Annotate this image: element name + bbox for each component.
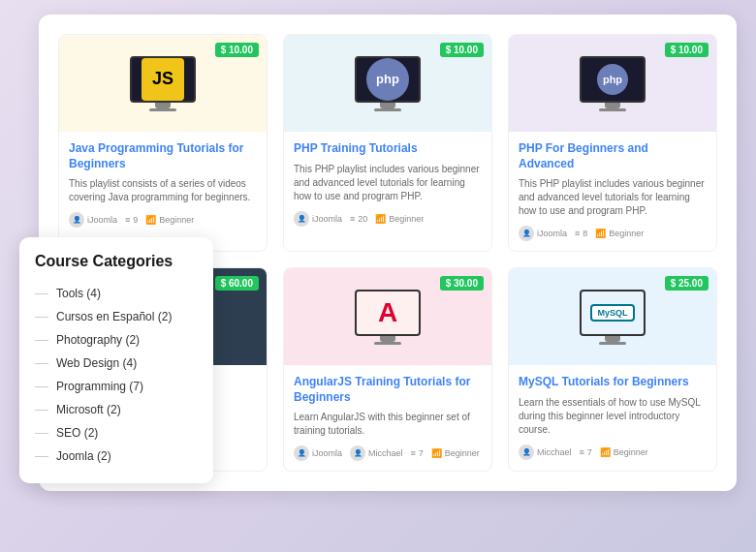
card-meta-angular: 👤 iJoomla 👤 Micchael ≡ 7 📶 Beginner (294, 445, 482, 461)
card-body-mysql: MySQL Tutorials for Beginners Learn the … (509, 365, 716, 470)
monitor-php2: php (580, 56, 646, 111)
card-meta-mysql: 👤 Micchael ≡ 7 📶 Beginner (519, 445, 707, 460)
card-meta-java: 👤 iJoomla ≡ 9 📶 Beginner (69, 212, 257, 228)
avatar-java: 👤 (69, 212, 84, 228)
course-card-mysql[interactable]: $ 25.00 MySQL MySQL Tutorials for Beginn… (508, 267, 717, 472)
monitor-mysql: MySQL (580, 290, 646, 345)
card-meta-php2: 👤 iJoomla ≡ 8 📶 Beginner (519, 226, 707, 241)
price-badge-dark: $ 60.00 (215, 276, 259, 291)
card-desc-php1: This PHP playlist includes various begin… (294, 163, 482, 203)
card-body-angular: AngularJS Training Tutorials for Beginne… (284, 365, 491, 471)
card-image-php1: $ 10.00 php (284, 35, 491, 132)
avatar-php1: 👤 (294, 211, 309, 227)
avatar-angular2: 👤 (350, 445, 365, 461)
category-item-joomla[interactable]: Joomla (2) (35, 445, 198, 468)
card-desc-mysql: Learn the essentials of how to use MySQL… (519, 396, 707, 437)
card-body-java: Java Programming Tutorials for Beginners… (59, 132, 267, 237)
category-item-cursos[interactable]: Cursos en Español (2) (35, 305, 198, 328)
monitor-php1: php (355, 56, 421, 111)
avatar-mysql: 👤 (519, 445, 534, 460)
category-panel-title: Course Categories (35, 253, 198, 270)
course-card-java[interactable]: $ 10.00 JS Java Programming Tutorials fo… (58, 34, 268, 252)
card-image-angular: $ 30.00 A (284, 268, 491, 365)
card-image-mysql: $ 25.00 MySQL (509, 268, 716, 365)
card-meta-php1: 👤 iJoomla ≡ 20 📶 Beginner (294, 211, 482, 227)
card-title-java: Java Programming Tutorials for Beginners (69, 141, 257, 171)
price-badge-mysql: $ 25.00 (665, 276, 709, 291)
card-title-php2: PHP For Beginners and Advanced (519, 141, 707, 171)
level-java: 📶 Beginner (145, 215, 194, 225)
card-desc-php2: This PHP playlist includes various begin… (519, 177, 707, 218)
card-title-mysql: MySQL Tutorials for Beginners (519, 375, 707, 390)
card-body-php2: PHP For Beginners and Advanced This PHP … (509, 132, 716, 251)
price-badge-php1: $ 10.00 (440, 43, 484, 57)
course-card-php1[interactable]: $ 10.00 php PHP Training Tutorials This … (283, 34, 492, 252)
category-item-programming[interactable]: Programming (7) (35, 375, 198, 398)
students-java: ≡ 9 (125, 215, 138, 225)
monitor-angular: A (355, 290, 421, 345)
category-item-tools[interactable]: Tools (4) (35, 282, 198, 305)
avatar-angular1: 👤 (294, 445, 309, 461)
card-desc-java: This playlist consists of a series of vi… (69, 177, 257, 204)
card-desc-angular: Learn AngularJS with this beginner set o… (294, 411, 482, 438)
author-java: 👤 iJoomla (69, 212, 117, 228)
category-item-microsoft[interactable]: Microsoft (2) (35, 398, 198, 421)
price-badge-angular: $ 30.00 (440, 276, 484, 291)
avatar-php2: 👤 (519, 226, 534, 241)
price-badge-java: $ 10.00 (215, 43, 259, 57)
category-item-seo[interactable]: SEO (2) (35, 421, 198, 445)
card-image-java: $ 10.00 JS (59, 35, 267, 132)
card-body-php1: PHP Training Tutorials This PHP playlist… (284, 132, 491, 236)
main-container: $ 10.00 JS Java Programming Tutorials fo… (19, 15, 737, 537)
category-panel: Course Categories Tools (4) Cursos en Es… (19, 237, 213, 483)
course-card-angular[interactable]: $ 30.00 A AngularJS Training Tutorials f… (283, 267, 492, 472)
monitor-java: JS (130, 56, 196, 111)
card-title-php1: PHP Training Tutorials (294, 141, 482, 157)
price-badge-php2: $ 10.00 (665, 43, 709, 57)
category-item-photography[interactable]: Photography (2) (35, 328, 198, 352)
category-item-webdesign[interactable]: Web Design (4) (35, 352, 198, 375)
card-title-angular: AngularJS Training Tutorials for Beginne… (294, 375, 482, 405)
card-image-php2: $ 10.00 php (509, 35, 716, 132)
course-card-php2[interactable]: $ 10.00 php PHP For Beginners and Advanc… (508, 34, 717, 252)
